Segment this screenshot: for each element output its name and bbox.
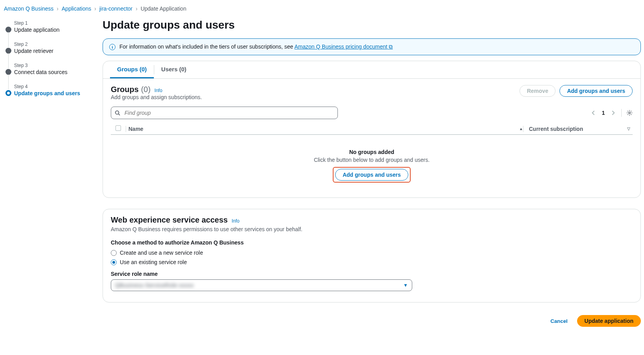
breadcrumb: Amazon Q Business › Applications › jira-… [0,0,644,19]
tabs: Groups (0) Users (0) [103,61,640,79]
authorize-method-label: Choose a method to authorize Amazon Q Bu… [111,239,633,246]
table-header: Name ▲ Current subscription ▽ [111,123,633,135]
callout-highlight: Add groups and users [333,167,411,183]
step-connect-data-sources[interactable]: Step 3 Connect data sources [5,63,93,75]
groups-panel: Groups (0) Users (0) Groups (0) Info Add… [103,61,641,198]
step-dot-icon [5,69,11,75]
column-current-subscription[interactable]: Current subscription ▽ [523,126,633,132]
breadcrumb-amazon-q-business[interactable]: Amazon Q Business [4,5,54,12]
cancel-button[interactable]: Cancel [545,315,573,327]
service-access-title: Web experience service access Info [111,216,633,225]
step-title: Update application [14,27,93,33]
step-update-application[interactable]: Step 1 Update application [5,20,93,33]
next-page-button[interactable] [610,109,617,117]
step-kicker: Step 2 [14,42,93,47]
search-container [111,107,338,119]
chevron-right-icon: › [94,5,96,12]
settings-button[interactable] [626,110,633,116]
update-application-button[interactable]: Update application [577,315,641,327]
info-link[interactable]: Info [232,218,240,224]
select-all-checkbox[interactable] [111,125,126,132]
svg-point-0 [115,111,119,114]
radio-create-new-role[interactable]: Create and use a new service role [111,250,633,256]
service-access-subtitle: Amazon Q Business requires permissions t… [111,226,633,232]
pagination: 1 [590,109,633,117]
step-title: Connect data sources [14,69,93,75]
chevron-right-icon: › [57,5,59,12]
service-access-panel: Web experience service access Info Amazo… [103,209,641,302]
step-title: Update groups and users [14,90,93,96]
step-update-groups-and-users[interactable]: Step 4 Update groups and users [5,84,93,96]
empty-title: No groups added [111,149,633,155]
tab-groups[interactable]: Groups (0) [110,61,154,78]
empty-subtitle: Click the button below to add groups and… [111,157,633,163]
step-dot-icon [5,27,11,33]
groups-section-title: Groups (0) Info [111,85,202,94]
pricing-document-link[interactable]: Amazon Q Business pricing document ⧉ [294,43,393,50]
step-dot-icon [5,48,11,54]
page-number: 1 [602,110,605,116]
step-title: Update retriever [14,48,93,54]
service-role-name-label: Service role name [111,271,633,277]
chevron-right-icon: › [136,5,138,12]
step-dot-icon [5,90,11,96]
search-icon [115,110,120,116]
chevron-down-icon: ▼ [403,283,408,288]
sort-ascending-icon: ▲ [519,127,523,131]
empty-state: No groups added Click the button below t… [111,135,633,187]
breadcrumb-applications[interactable]: Applications [62,5,92,12]
select-value: QBusiness-ServiceRole-xxxxx [115,282,194,288]
svg-line-1 [119,114,120,116]
radio-icon [111,250,117,256]
svg-point-2 [629,112,630,114]
alert-text: For information on what's included in th… [119,43,393,50]
radio-icon [111,259,117,265]
groups-subtitle: Add groups and assign subscriptions. [111,94,202,100]
add-groups-and-users-empty-button[interactable]: Add groups and users [335,169,408,181]
breadcrumb-jira-connector[interactable]: jira-connector [99,5,133,12]
gear-icon [626,110,633,116]
column-name[interactable]: Name ▲ [126,126,523,132]
remove-button[interactable]: Remove [520,85,556,97]
step-update-retriever[interactable]: Step 2 Update retriever [5,42,93,54]
page-title: Update groups and users [103,19,641,31]
tab-users[interactable]: Users (0) [154,61,193,78]
wizard-stepper: Step 1 Update application Step 2 Update … [3,19,93,335]
breadcrumb-current: Update Application [141,5,186,12]
external-icon: ⧉ [389,43,393,50]
step-kicker: Step 3 [14,63,93,68]
service-role-select[interactable]: QBusiness-ServiceRole-xxxxx ▼ [111,279,412,291]
footer-actions: Cancel Update application [103,313,641,335]
sort-descending-icon: ▽ [627,127,630,131]
info-alert: i For information on what's included in … [103,38,641,55]
prev-page-button[interactable] [590,109,597,117]
step-kicker: Step 4 [14,84,93,89]
search-input[interactable] [111,107,338,119]
main-content: Update groups and users i For informatio… [103,19,641,335]
add-groups-and-users-button[interactable]: Add groups and users [559,85,633,97]
info-link[interactable]: Info [155,88,162,93]
radio-use-existing-role[interactable]: Use an existing service role [111,259,633,265]
info-icon: i [109,44,115,50]
step-kicker: Step 1 [14,20,93,26]
